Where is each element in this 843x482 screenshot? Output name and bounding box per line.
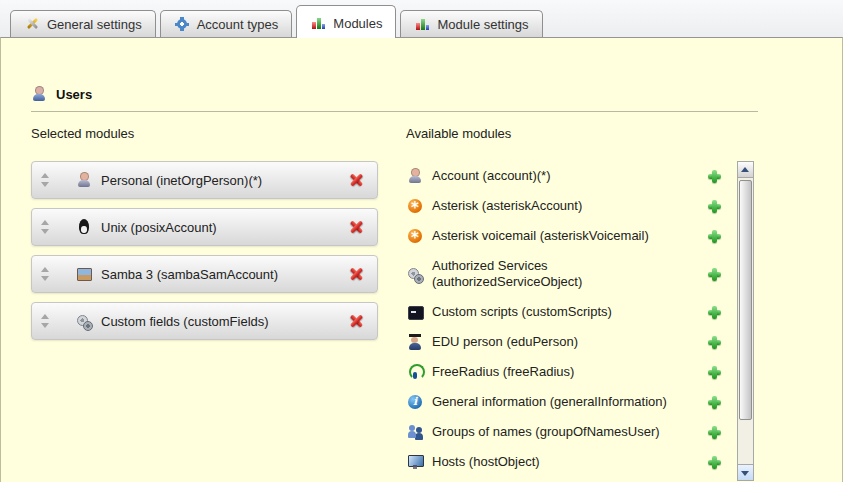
available-module-row: Custom scripts (customScripts) xyxy=(406,297,724,327)
scrollbar-up-button[interactable] xyxy=(738,162,753,178)
add-module-button[interactable] xyxy=(707,305,722,320)
tab-modules[interactable]: Modules xyxy=(296,5,396,38)
add-module-button[interactable] xyxy=(707,335,722,350)
module-label: Unix (posixAccount) xyxy=(101,220,348,235)
available-module-row: Groups of names (groupOfNamesUser) xyxy=(406,417,724,447)
module-label: Asterisk (asteriskAccount) xyxy=(432,198,701,214)
available-module-row: Account (account)(*) xyxy=(406,161,724,191)
module-label: Asterisk voicemail (asteriskVoicemail) xyxy=(432,228,701,244)
module-label: Custom scripts (customScripts) xyxy=(432,304,701,320)
drag-handle-icon[interactable] xyxy=(41,266,50,282)
module-label: Samba 3 (sambaSamAccount) xyxy=(101,267,348,282)
module-label: Hosts (hostObject) xyxy=(432,454,701,470)
add-module-button[interactable] xyxy=(707,395,722,410)
chart-icon xyxy=(414,16,430,32)
tab-general-settings[interactable]: General settings xyxy=(10,10,156,37)
selected-modules-column: Selected modules Personal (inetOrgPerson… xyxy=(31,126,378,481)
available-module-row: Hosts (hostObject) xyxy=(406,447,724,477)
available-module-row: General information (generalInformation) xyxy=(406,387,724,417)
available-modules-heading: Available modules xyxy=(406,126,754,141)
section-title: Users xyxy=(56,87,92,102)
custom-scripts-terminal-icon xyxy=(407,304,423,320)
scrollbar-track[interactable] xyxy=(738,178,753,464)
scrollbar-thumb[interactable] xyxy=(739,180,752,420)
tab-bar: General settings Account types Modules M… xyxy=(0,0,843,37)
wrench-icon xyxy=(24,16,40,32)
add-module-button[interactable] xyxy=(707,169,722,184)
freeradius-icon xyxy=(407,364,423,380)
module-label: Account (account)(*) xyxy=(432,168,701,184)
edu-person-icon xyxy=(407,334,423,350)
users-section-header: Users xyxy=(31,86,758,112)
page-content: Users Selected modules Personal (inetOrg… xyxy=(0,37,843,482)
info-icon xyxy=(407,394,423,410)
module-label: FreeRadius (freeRadius) xyxy=(432,364,701,380)
add-module-button[interactable] xyxy=(707,425,722,440)
available-module-row: EDU person (eduPerson) xyxy=(406,327,724,357)
remove-module-button[interactable] xyxy=(348,219,365,236)
remove-module-button[interactable] xyxy=(348,172,365,189)
available-modules-column: Available modules Account (account)(*) A… xyxy=(406,126,754,481)
tab-account-types[interactable]: Account types xyxy=(160,10,293,37)
add-module-button[interactable] xyxy=(707,365,722,380)
available-module-row: Asterisk voicemail (asteriskVoicemail) xyxy=(406,221,724,251)
available-modules-list: Account (account)(*) Asterisk (asteriskA… xyxy=(406,161,754,481)
add-module-button[interactable] xyxy=(707,267,722,282)
personal-module-icon xyxy=(76,172,92,188)
drag-handle-icon[interactable] xyxy=(41,219,50,235)
selected-modules-heading: Selected modules xyxy=(31,126,378,141)
drag-handle-icon[interactable] xyxy=(41,313,50,329)
unix-tux-icon xyxy=(76,219,92,235)
module-label: General information (generalInformation) xyxy=(432,394,701,410)
asterisk-icon xyxy=(407,198,423,214)
add-module-button[interactable] xyxy=(707,229,722,244)
groups-icon xyxy=(407,424,423,440)
tab-label: General settings xyxy=(47,17,142,32)
samba-photo-icon xyxy=(76,266,92,282)
tab-module-settings[interactable]: Module settings xyxy=(400,10,542,37)
account-person-icon xyxy=(407,168,423,184)
module-label: Personal (inetOrgPerson)(*) xyxy=(101,173,348,188)
selected-module-row[interactable]: Custom fields (customFields) xyxy=(31,302,378,340)
custom-fields-gears-icon xyxy=(76,313,92,329)
available-module-row: Authorized Services (authorizedServiceOb… xyxy=(406,251,724,297)
selected-module-row[interactable]: Samba 3 (sambaSamAccount) xyxy=(31,255,378,293)
tab-label: Account types xyxy=(197,17,279,32)
gear-icon xyxy=(174,16,190,32)
module-label: Custom fields (customFields) xyxy=(101,314,348,329)
hosts-monitor-icon xyxy=(407,454,423,470)
tab-label: Modules xyxy=(333,16,382,31)
module-label: EDU person (eduPerson) xyxy=(432,334,701,350)
chart-icon xyxy=(310,15,326,31)
remove-module-button[interactable] xyxy=(348,313,365,330)
module-label: Authorized Services (authorizedServiceOb… xyxy=(432,258,701,290)
module-label: Groups of names (groupOfNamesUser) xyxy=(432,424,701,440)
selected-module-row[interactable]: Unix (posixAccount) xyxy=(31,208,378,246)
asterisk-voicemail-icon xyxy=(407,228,423,244)
authorized-services-gears-icon xyxy=(407,266,423,282)
users-icon xyxy=(31,86,47,102)
add-module-button[interactable] xyxy=(707,455,722,470)
available-module-row: Asterisk (asteriskAccount) xyxy=(406,191,724,221)
selected-module-row[interactable]: Personal (inetOrgPerson)(*) xyxy=(31,161,378,199)
scrollbar[interactable] xyxy=(737,161,754,481)
available-module-row: FreeRadius (freeRadius) xyxy=(406,357,724,387)
remove-module-button[interactable] xyxy=(348,266,365,283)
tab-label: Module settings xyxy=(437,17,528,32)
drag-handle-icon[interactable] xyxy=(41,172,50,188)
module-columns: Selected modules Personal (inetOrgPerson… xyxy=(29,126,814,481)
scrollbar-down-button[interactable] xyxy=(738,464,753,480)
add-module-button[interactable] xyxy=(707,199,722,214)
